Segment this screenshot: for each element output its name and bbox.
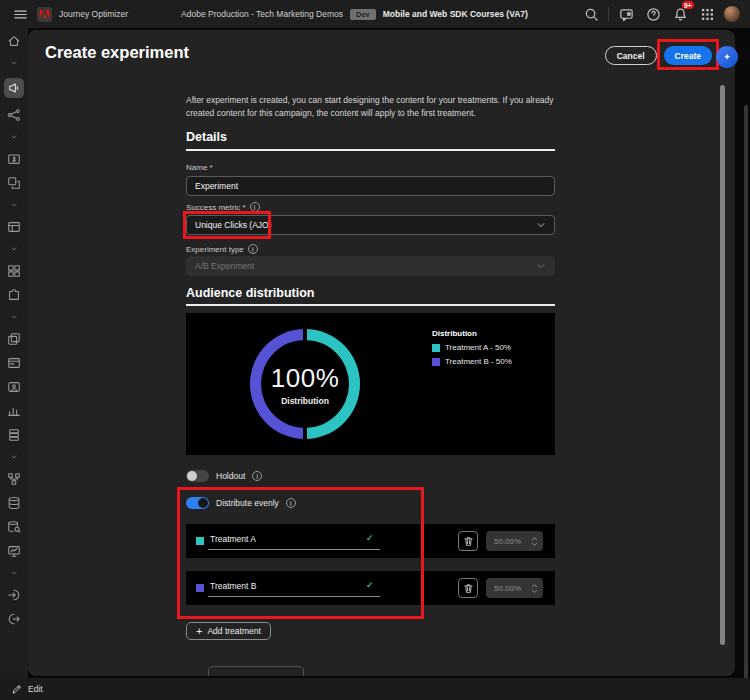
edit-mode-label[interactable]: Edit	[28, 684, 43, 694]
help-icon[interactable]	[643, 4, 663, 24]
fragments-icon[interactable]	[7, 288, 21, 302]
details-rule	[186, 149, 555, 151]
treatment-row-a: Treatment A ✓ 50.00%	[186, 524, 555, 558]
product-name: Journey Optimizer	[59, 9, 128, 19]
offers-icon[interactable]	[7, 152, 21, 166]
cancel-button[interactable]: Cancel	[605, 46, 657, 65]
chevron-down-icon[interactable]	[9, 200, 19, 210]
name-label: Name *	[186, 163, 213, 172]
profiles-icon[interactable]	[7, 380, 21, 394]
distribution-chart-panel: 100% Distribution Distribution Treatment…	[186, 313, 555, 455]
holdout-toggle[interactable]	[186, 470, 209, 482]
chevron-down-icon[interactable]	[9, 58, 19, 68]
treatment-a-name-field[interactable]: Treatment A	[210, 534, 256, 544]
home-icon[interactable]	[7, 34, 21, 48]
distribute-evenly-label: Distribute evenly	[216, 498, 279, 508]
distribute-evenly-toggle[interactable]	[186, 497, 209, 509]
chevron-down-icon[interactable]	[9, 244, 19, 254]
dialog-scrollbar[interactable]	[720, 85, 725, 645]
info-icon[interactable]: i	[248, 244, 258, 254]
create-experiment-dialog: Create experiment Cancel Create After ex…	[28, 30, 735, 676]
treatment-a-swatch	[432, 344, 440, 352]
legend-item-treatment-b: Treatment B - 50%	[432, 357, 512, 366]
treatment-b-name-field[interactable]: Treatment B	[210, 581, 256, 591]
app-switcher-icon[interactable]	[697, 4, 717, 24]
menu-icon[interactable]	[10, 4, 30, 24]
user-avatar[interactable]	[724, 6, 740, 22]
stepper-arrows[interactable]	[531, 583, 538, 594]
success-metric-dropdown[interactable]: Unique Clicks (AJO)	[186, 215, 555, 235]
templates-icon[interactable]	[7, 332, 21, 346]
journeys-icon[interactable]	[7, 108, 21, 122]
treatment-b-swatch	[432, 358, 440, 366]
app-screen: Journey Optimizer Adobe Production - Tec…	[0, 0, 750, 700]
page-scrollbar[interactable]	[744, 105, 748, 690]
datasets-icon[interactable]	[7, 496, 21, 510]
delete-treatment-b-button[interactable]	[458, 578, 478, 598]
chevron-down-icon	[536, 261, 546, 271]
org-name[interactable]: Adobe Production - Tech Marketing Demos	[181, 9, 343, 19]
add-treatment-button[interactable]: + Add treatment	[186, 622, 271, 640]
stepper-arrows[interactable]	[531, 536, 538, 547]
search-icon[interactable]	[581, 4, 601, 24]
treatment-b-swatch	[196, 584, 204, 592]
name-input[interactable]	[186, 176, 555, 196]
info-icon[interactable]: i	[250, 202, 260, 212]
details-heading: Details	[186, 130, 227, 144]
trash-icon	[463, 536, 474, 547]
schedules-icon[interactable]	[7, 220, 21, 234]
chevron-down-icon[interactable]	[9, 312, 19, 322]
experiment-type-dropdown: A/B Experiment	[186, 256, 555, 276]
ai-assistant-button[interactable]: ✦	[716, 46, 738, 68]
donut-center-label: 100% Distribution	[250, 329, 360, 439]
info-icon[interactable]: i	[286, 498, 296, 508]
landing-pages-icon[interactable]	[7, 356, 21, 370]
campaigns-icon-active[interactable]	[4, 78, 24, 98]
treatment-a-percent-stepper[interactable]: 50.00%	[486, 531, 543, 551]
notification-badge: 9+	[681, 0, 695, 10]
chevron-down-icon[interactable]	[9, 452, 19, 462]
feedback-icon[interactable]	[616, 4, 636, 24]
chevron-down-icon	[536, 220, 546, 230]
decisions-icon[interactable]	[7, 176, 21, 190]
treatment-row-b: Treatment B ✓ 50.00%	[186, 571, 555, 605]
treatment-a-swatch	[196, 537, 204, 545]
monitoring-icon[interactable]	[7, 544, 21, 558]
notifications-icon[interactable]: 9+	[670, 4, 690, 24]
audiences-icon[interactable]	[7, 404, 21, 418]
left-nav-rail	[0, 28, 28, 678]
chart-legend: Distribution Treatment A - 50% Treatment…	[432, 329, 512, 371]
bottom-bar: Edit	[0, 678, 750, 700]
sparkle-icon: ✦	[723, 52, 731, 62]
sources-icon[interactable]	[7, 588, 21, 602]
edit-pencil-icon	[12, 684, 22, 694]
subscriptions-icon[interactable]	[7, 428, 21, 442]
schemas-icon[interactable]	[7, 472, 21, 486]
destinations-icon[interactable]	[7, 612, 21, 626]
adobe-logo	[37, 7, 52, 22]
sandbox-name[interactable]: Mobile and Web SDK Courses (VA7)	[383, 9, 528, 19]
trash-icon	[463, 583, 474, 594]
name-field-underline	[208, 549, 380, 550]
assets-icon[interactable]	[7, 264, 21, 278]
chevron-down-icon[interactable]	[9, 568, 19, 578]
experiment-type-label: Experiment type i	[186, 244, 258, 254]
holdout-label: Holdout	[216, 471, 245, 481]
valid-check-icon: ✓	[366, 580, 374, 590]
dialog-title: Create experiment	[45, 43, 189, 62]
chevron-down-icon[interactable]	[9, 132, 19, 142]
create-button[interactable]: Create	[664, 46, 712, 65]
dialog-description: After experiment is created, you can sta…	[186, 94, 558, 119]
env-badge: Dev	[350, 9, 376, 20]
plus-icon: +	[196, 626, 202, 637]
treatment-b-percent-stepper[interactable]: 50.00%	[486, 578, 543, 598]
legend-item-treatment-a: Treatment A - 50%	[432, 343, 512, 352]
partially-visible-button	[208, 666, 304, 676]
distribute-evenly-row: Distribute evenly i	[186, 497, 296, 509]
delete-treatment-a-button[interactable]	[458, 531, 478, 551]
audience-rule	[186, 304, 555, 306]
audience-heading: Audience distribution	[186, 286, 314, 300]
info-icon[interactable]: i	[252, 471, 262, 481]
valid-check-icon: ✓	[366, 533, 374, 543]
queries-icon[interactable]	[7, 520, 21, 534]
